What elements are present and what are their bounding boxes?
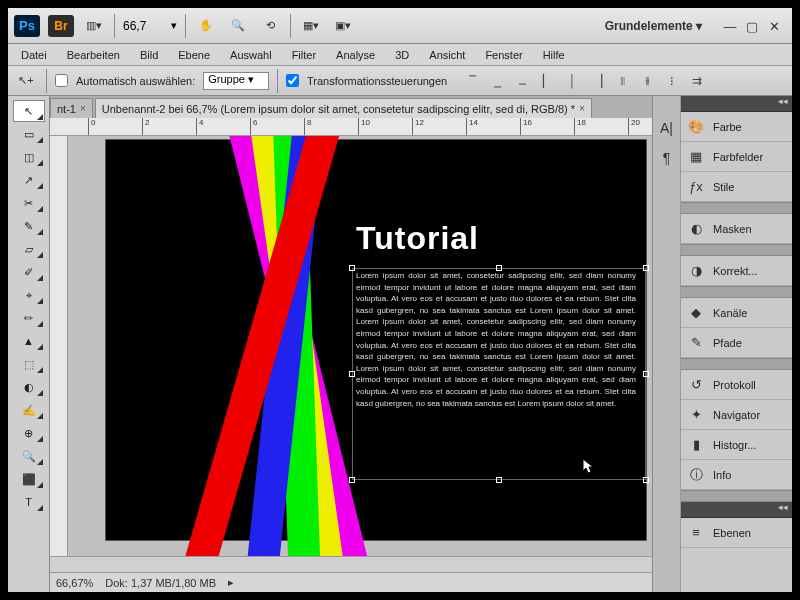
align-right-icon[interactable]: ▕ — [586, 71, 608, 91]
handle-mr[interactable] — [643, 371, 649, 377]
handle-tl[interactable] — [349, 265, 355, 271]
align-left-icon[interactable]: ▏ — [536, 71, 558, 91]
panel-group-header[interactable]: ◂◂ — [681, 502, 792, 518]
menu-bearbeiten[interactable]: Bearbeiten — [58, 47, 129, 63]
dropdown-icon[interactable]: ▾ — [171, 19, 177, 32]
heading-text[interactable]: Tutorial — [356, 220, 479, 257]
panel-farbfelder[interactable]: ▦Farbfelder — [681, 142, 792, 172]
rotate-view-icon[interactable]: ⟲ — [258, 15, 282, 37]
move-tool[interactable]: ↖ — [13, 100, 45, 122]
canvas[interactable]: Tutorial Lorem ipsum dolor sit amet, con… — [106, 140, 646, 540]
doc-tab-1[interactable]: nt-1× — [50, 98, 93, 118]
quick-select-tool[interactable]: ↗ — [13, 169, 45, 191]
separator — [277, 69, 278, 93]
doc-tab-2[interactable]: Unbenannt-2 bei 66,7% (Lorem ipsum dolor… — [95, 98, 592, 118]
workspace-dropdown[interactable]: Grundelemente ▾ — [597, 19, 710, 33]
shape-tool[interactable]: T — [13, 491, 45, 513]
layout-dropdown-icon[interactable]: ▥▾ — [82, 15, 106, 37]
handle-br[interactable] — [643, 477, 649, 483]
panel-farbe[interactable]: 🎨Farbe — [681, 112, 792, 142]
close-button[interactable]: ✕ — [766, 19, 782, 33]
pen-tool[interactable]: ⊕ — [13, 422, 45, 444]
panel-protokoll[interactable]: ↺Protokoll — [681, 370, 792, 400]
handle-bc[interactable] — [496, 477, 502, 483]
status-arrow-icon[interactable]: ▸ — [228, 576, 234, 589]
blur-tool[interactable]: ◐ — [13, 376, 45, 398]
paths-icon: ✎ — [687, 335, 705, 351]
eraser-tool[interactable]: ▲ — [13, 330, 45, 352]
status-doc-size[interactable]: Dok: 1,37 MB/1,80 MB — [105, 577, 216, 589]
minimize-button[interactable]: — — [722, 19, 738, 33]
screen-mode-icon[interactable]: ▣▾ — [331, 15, 355, 37]
healing-tool[interactable]: ▱ — [13, 238, 45, 260]
status-zoom[interactable]: 66,67% — [56, 577, 93, 589]
menu-ansicht[interactable]: Ansicht — [420, 47, 474, 63]
maximize-button[interactable]: ▢ — [744, 19, 760, 33]
close-icon[interactable]: × — [80, 103, 86, 114]
auto-select-dropdown[interactable]: Gruppe ▾ — [203, 72, 269, 90]
menu-filter[interactable]: Filter — [283, 47, 325, 63]
panel-pfade[interactable]: ✎Pfade — [681, 328, 792, 358]
menu-datei[interactable]: Datei — [12, 47, 56, 63]
panel-info[interactable]: ⓘInfo — [681, 460, 792, 490]
lasso-tool[interactable]: ◫ — [13, 146, 45, 168]
auto-select-checkbox[interactable] — [55, 74, 68, 87]
separator — [114, 14, 115, 38]
menu-bild[interactable]: Bild — [131, 47, 167, 63]
panel-masken[interactable]: ◐Masken — [681, 214, 792, 244]
align-bottom-icon[interactable]: ⎽ — [511, 71, 533, 91]
stamp-tool[interactable]: ⌖ — [13, 284, 45, 306]
handle-bl[interactable] — [349, 477, 355, 483]
transform-controls-checkbox[interactable] — [286, 74, 299, 87]
menu-3d[interactable]: 3D — [386, 47, 418, 63]
menu-ebene[interactable]: Ebene — [169, 47, 219, 63]
align-hcenter-icon[interactable]: │ — [561, 71, 583, 91]
panel-ebenen[interactable]: ≡Ebenen — [681, 518, 792, 548]
panel-group-header[interactable]: ◂◂ — [681, 96, 792, 112]
horizontal-ruler[interactable]: 0 2 4 6 8 10 12 14 16 18 20 — [50, 118, 652, 136]
paragraph-panel-icon[interactable]: ¶ — [657, 150, 677, 166]
align-top-icon[interactable]: ⎺ — [461, 71, 483, 91]
horizontal-scrollbar[interactable] — [50, 556, 652, 572]
distribute-3-icon[interactable]: ⫶ — [661, 71, 683, 91]
brush-tool[interactable]: ✐ — [13, 261, 45, 283]
close-icon[interactable]: × — [579, 103, 585, 114]
move-tool-preset-icon[interactable]: ↖+ — [14, 70, 38, 92]
panel-korrekturen[interactable]: ◑Korrekt... — [681, 256, 792, 286]
transform-bounding-box[interactable] — [352, 268, 646, 480]
menu-fenster[interactable]: Fenster — [476, 47, 531, 63]
panel-kanaele[interactable]: ◆Kanäle — [681, 298, 792, 328]
dodge-tool[interactable]: ✍ — [13, 399, 45, 421]
panel-histogramm[interactable]: ▮Histogr... — [681, 430, 792, 460]
separator — [46, 69, 47, 93]
handle-tc[interactable] — [496, 265, 502, 271]
handle-tr[interactable] — [643, 265, 649, 271]
panel-stile[interactable]: ƒxStile — [681, 172, 792, 202]
photoshop-icon[interactable]: Ps — [14, 15, 40, 37]
distribute-2-icon[interactable]: ⫵ — [636, 71, 658, 91]
character-panel-icon[interactable]: A| — [657, 120, 677, 136]
marquee-tool[interactable]: ▭ — [13, 123, 45, 145]
crop-tool[interactable]: ✂ — [13, 192, 45, 214]
zoom-tool-icon[interactable]: 🔍 — [226, 15, 250, 37]
path-select-tool[interactable]: ⬛ — [13, 468, 45, 490]
info-icon: ⓘ — [687, 467, 705, 483]
history-brush-tool[interactable]: ✏ — [13, 307, 45, 329]
gradient-tool[interactable]: ⬚ — [13, 353, 45, 375]
align-vcenter-icon[interactable]: ⎯ — [486, 71, 508, 91]
menu-auswahl[interactable]: Auswahl — [221, 47, 281, 63]
type-tool[interactable]: 🔍 — [13, 445, 45, 467]
arrange-docs-icon[interactable]: ▦▾ — [299, 15, 323, 37]
menu-hilfe[interactable]: Hilfe — [534, 47, 574, 63]
canvas-viewport[interactable]: Tutorial Lorem ipsum dolor sit amet, con… — [68, 136, 652, 556]
handle-ml[interactable] — [349, 371, 355, 377]
vertical-ruler[interactable] — [50, 136, 68, 556]
bridge-icon[interactable]: Br — [48, 15, 74, 37]
zoom-value[interactable]: 66,7 — [123, 19, 163, 33]
auto-align-icon[interactable]: ⇉ — [686, 71, 708, 91]
hand-tool-icon[interactable]: ✋ — [194, 15, 218, 37]
panel-navigator[interactable]: ✦Navigator — [681, 400, 792, 430]
eyedropper-tool[interactable]: ✎ — [13, 215, 45, 237]
menu-analyse[interactable]: Analyse — [327, 47, 384, 63]
distribute-1-icon[interactable]: ⫴ — [611, 71, 633, 91]
